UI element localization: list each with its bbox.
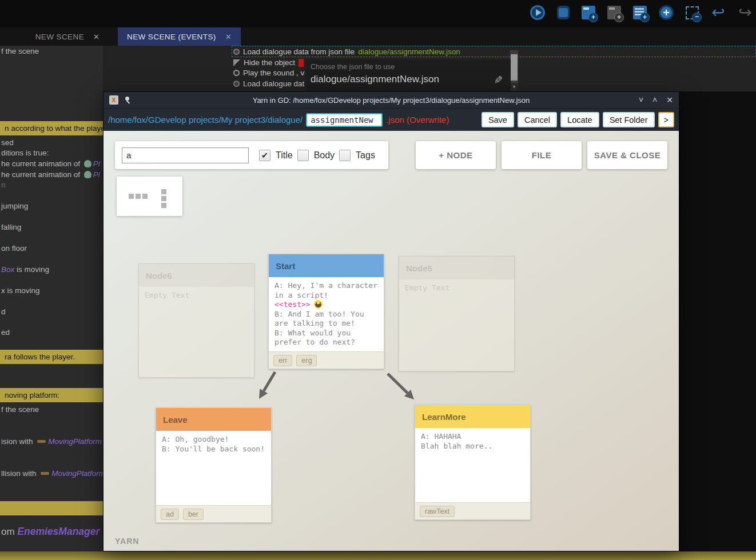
file-menu-button[interactable]: FILE xyxy=(502,141,582,169)
event-row[interactable]: x is moving xyxy=(0,286,103,295)
event-row[interactable]: sed xyxy=(0,138,103,147)
event-row[interactable]: f the scene xyxy=(0,405,103,414)
event-text: jumping xyxy=(1,202,28,210)
set-folder-button[interactable]: Set Folder xyxy=(603,112,655,127)
yarn-node-learnmore[interactable]: LearnMoreA: HAHAHABlah blah more..rawTex… xyxy=(415,405,531,520)
event-text: is moving xyxy=(14,265,49,274)
save-button[interactable]: Save xyxy=(482,112,514,127)
comment-row[interactable]: noving platform: xyxy=(0,388,103,402)
remove-selection-icon[interactable] xyxy=(686,6,699,19)
node-tags: rawText xyxy=(415,502,530,519)
maximize-icon[interactable]: ˄ xyxy=(652,92,657,108)
event-row[interactable]: he current animation of Pl xyxy=(0,159,103,168)
gdevelop-window: ↩↪ NEW SCENE✕NEW SCENE (EVENTS)✕ Load di… xyxy=(0,0,756,560)
yarn-command-text: <<test>> xyxy=(274,300,311,309)
event-row[interactable]: llision with MovingPlatform xyxy=(0,469,103,478)
yarn-titlebar[interactable]: X Yarn in GD: /home/fox/GDevelop project… xyxy=(104,92,679,108)
event-text: Load dialogue dat xyxy=(243,79,304,88)
node-body-line: B: And I am too! You xyxy=(274,310,378,319)
event-row[interactable]: d xyxy=(0,307,103,316)
yarn-node-start[interactable]: StartA: Hey, I'm a characterin a script!… xyxy=(268,254,384,369)
event-row[interactable]: ed xyxy=(0,328,103,337)
filter-label: Title xyxy=(276,150,293,161)
hide-icon xyxy=(233,59,240,66)
popup-json-value[interactable]: dialogue/assignmentNew.json xyxy=(311,74,439,85)
tab-close-icon[interactable]: ✕ xyxy=(225,33,232,41)
tag-err[interactable]: err xyxy=(273,355,292,366)
node-title: Node6 xyxy=(139,264,254,287)
filename-input[interactable] xyxy=(306,113,383,127)
comment-row[interactable] xyxy=(0,501,103,515)
events-sheet-left[interactable]: f the scenen according to what the playe… xyxy=(0,46,103,551)
add-external-layout-icon[interactable] xyxy=(607,6,621,19)
event-text: sed xyxy=(1,138,14,147)
event-text: ditions is true: xyxy=(1,149,49,157)
add-extension-icon[interactable] xyxy=(659,5,674,20)
comment-row[interactable]: n according to what the playe xyxy=(0,121,103,135)
yarn-node-node5[interactable]: Node5Empty Text xyxy=(399,256,515,371)
add-scene-icon[interactable] xyxy=(582,6,595,19)
more-button[interactable]: > xyxy=(658,112,674,127)
event-row[interactable]: he current animation of Pl xyxy=(0,170,103,179)
minimize-icon[interactable]: ˅ xyxy=(639,92,643,108)
events-sheet-top[interactable]: Load dialogue data from json file dialog… xyxy=(103,46,756,91)
yarn-node-leave[interactable]: LeaveA: Oh, goodbye!B: You'll be back so… xyxy=(156,407,272,523)
event-row[interactable]: om EnemiesManager xyxy=(0,526,103,538)
tab-new-scene-events[interactable]: NEW SCENE (EVENTS)✕ xyxy=(118,27,241,46)
event-text: on floor xyxy=(1,244,27,253)
node-body-line: prefer to do next? xyxy=(274,338,378,347)
comment-row[interactable]: ra follows the player. xyxy=(0,350,103,364)
undo-icon[interactable]: ↩ xyxy=(711,5,726,20)
debug-icon[interactable] xyxy=(557,6,570,19)
search-input[interactable] xyxy=(122,147,249,163)
play-icon[interactable] xyxy=(530,5,545,20)
event-row[interactable]: ision with MovingPlatform xyxy=(0,437,103,446)
checkbox-unchecked[interactable] xyxy=(339,150,351,161)
event-row[interactable]: Load dialogue data from json file dialog… xyxy=(232,46,756,57)
redo-icon[interactable]: ↪ xyxy=(738,5,753,20)
tab-bar: NEW SCENE✕NEW SCENE (EVENTS)✕ xyxy=(0,27,756,46)
event-text: dialogue/assignmentNew.json xyxy=(358,47,460,56)
tab-new-scene[interactable]: NEW SCENE✕ xyxy=(17,27,118,46)
locate-button[interactable]: Locate xyxy=(560,112,599,127)
close-icon[interactable]: ✕ xyxy=(666,92,673,108)
add-external-events-icon[interactable] xyxy=(633,6,647,19)
filter-body[interactable]: Body xyxy=(297,150,335,161)
tag-ad[interactable]: ad xyxy=(161,509,179,520)
cancel-button[interactable]: Cancel xyxy=(518,112,557,127)
yarn-canvas[interactable]: ✔TitleBodyTags + NODEFILESAVE & CLOSE No… xyxy=(104,131,679,551)
tag-ber[interactable]: ber xyxy=(183,509,204,520)
event-row[interactable]: ditions is true: xyxy=(0,149,103,157)
scrollbar-thumb[interactable] xyxy=(511,54,518,81)
minimap[interactable] xyxy=(117,177,182,216)
sound-icon xyxy=(233,70,240,76)
tag-erg[interactable]: erg xyxy=(296,355,317,366)
events-scrollbar[interactable]: ▾ xyxy=(510,50,518,91)
event-row[interactable]: on floor xyxy=(0,244,103,253)
event-row[interactable]: f the scene xyxy=(0,47,103,55)
scrollbar-down-icon[interactable]: ▾ xyxy=(510,83,518,91)
event-text: Hide the object xyxy=(244,58,295,67)
add-node-button[interactable]: + NODE xyxy=(416,141,496,169)
tag-rawtext[interactable]: rawText xyxy=(420,506,455,517)
node-body-line: Blah blah more.. xyxy=(421,442,524,451)
event-row[interactable]: falling xyxy=(0,223,103,231)
filter-tags[interactable]: Tags xyxy=(339,150,375,161)
event-text: Pl xyxy=(93,159,100,168)
tab-close-icon[interactable]: ✕ xyxy=(93,33,100,41)
node-body-line: <<test>> xyxy=(274,300,378,310)
event-row[interactable]: jumping xyxy=(0,202,103,210)
search-filters: ✔TitleBodyTags xyxy=(254,150,375,161)
save-close-button[interactable]: SAVE & CLOSE xyxy=(587,141,667,169)
edit-pencil-icon[interactable]: ✎ xyxy=(492,75,505,85)
checkbox-unchecked[interactable] xyxy=(297,150,309,161)
pin-icon[interactable] xyxy=(124,96,132,104)
event-row[interactable]: Box is moving xyxy=(0,265,103,274)
event-row[interactable]: n xyxy=(0,181,103,189)
node-body-line: B: What would you xyxy=(274,329,378,338)
node-title: LearnMore xyxy=(415,405,530,428)
filter-title[interactable]: ✔Title xyxy=(259,150,293,161)
event-text: ra follows the player. xyxy=(5,353,75,361)
checkbox-checked[interactable]: ✔ xyxy=(259,150,270,161)
yarn-node-node6[interactable]: Node6Empty Text xyxy=(138,263,254,378)
